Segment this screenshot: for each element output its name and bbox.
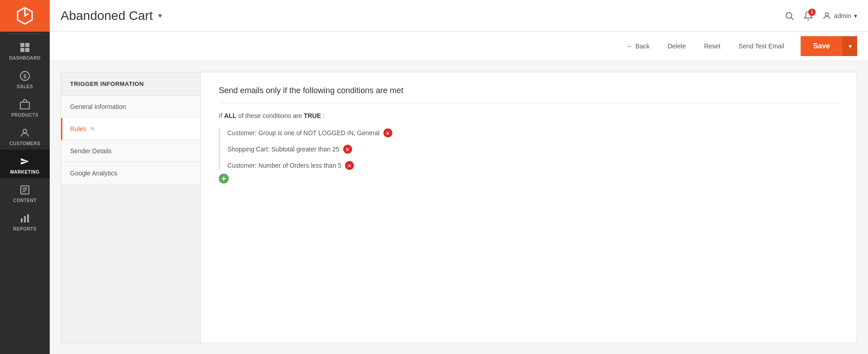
svg-rect-3 <box>20 48 24 52</box>
left-nav-item-label: General Information <box>70 103 126 110</box>
sidebar-item-label: SALES <box>17 84 33 89</box>
delete-button[interactable]: Delete <box>659 32 695 61</box>
intro-all: ALL <box>224 112 236 119</box>
left-nav-item-label: Google Analytics <box>70 170 117 177</box>
left-nav-item-rules[interactable]: Rules ✎ <box>61 118 200 140</box>
sidebar-item-label: DASHBOARD <box>9 56 41 61</box>
page-title: Abandoned Cart <box>61 9 153 23</box>
save-dropdown-button[interactable]: ▾ <box>843 36 857 56</box>
admin-caret-icon: ▾ <box>854 12 857 19</box>
svg-rect-15 <box>24 216 26 222</box>
admin-user-menu[interactable]: admin ▾ <box>822 11 857 20</box>
remove-condition-1-button[interactable]: × <box>383 128 392 137</box>
content-icon <box>19 184 31 196</box>
svg-rect-2 <box>25 43 29 47</box>
sidebar-item-label: CUSTOMERS <box>9 141 40 146</box>
condition-list: Customer: Group is one of NOT LOGGED IN,… <box>219 128 839 170</box>
user-icon <box>822 11 831 20</box>
products-icon <box>19 98 31 111</box>
page-title-wrap: Abandoned Cart ▾ <box>61 9 784 23</box>
magento-logo-icon <box>15 6 35 26</box>
back-arrow-icon: ← <box>627 42 633 50</box>
sidebar-item-label: REPORTS <box>13 227 37 231</box>
left-nav-item-general[interactable]: General Information <box>61 96 200 118</box>
logo-wrap[interactable] <box>0 0 50 32</box>
left-nav-header: TRIGGER INFORMATION <box>61 72 200 96</box>
notifications-button[interactable]: 1 <box>803 11 813 21</box>
svg-line-18 <box>791 18 793 20</box>
search-button[interactable] <box>784 11 794 21</box>
sidebar-item-label: CONTENT <box>13 198 37 203</box>
sidebar-item-content[interactable]: CONTENT <box>0 178 50 207</box>
dashboard-icon <box>19 41 31 54</box>
top-header: Abandoned Cart ▾ 1 admin ▾ <box>50 0 868 32</box>
reports-icon <box>19 212 31 225</box>
edit-icon[interactable]: ✎ <box>90 126 95 132</box>
header-actions: 1 admin ▾ <box>784 11 857 21</box>
sidebar-item-marketing[interactable]: MARKETING <box>0 150 50 178</box>
condition-intro: If ALL of these conditions are TRUE : <box>219 112 839 119</box>
condition-row: Customer: Group is one of NOT LOGGED IN,… <box>227 128 839 137</box>
remove-condition-2-button[interactable]: × <box>343 145 352 154</box>
sales-icon: $ <box>19 70 31 82</box>
sidebar-item-dashboard[interactable]: DASHBOARD <box>0 36 50 64</box>
admin-label: admin <box>834 12 851 19</box>
send-test-email-label: Send Test Email <box>739 42 784 50</box>
main-area: Abandoned Cart ▾ 1 admin ▾ ← Back Delete <box>50 0 868 354</box>
notification-badge: 1 <box>808 9 816 16</box>
condition-row: Customer: Number of Orders less than 5 × <box>227 161 839 170</box>
panel-title: Send emails only if the following condit… <box>219 86 839 103</box>
condition-text: Customer: Group is one of NOT LOGGED IN,… <box>227 129 380 137</box>
condition-text: Shopping Cart: Subtotal greater than 25 <box>227 146 340 153</box>
svg-rect-1 <box>20 43 24 47</box>
svg-text:$: $ <box>23 73 26 80</box>
conditions-section: If ALL of these conditions are TRUE : Cu… <box>219 112 839 184</box>
delete-label: Delete <box>668 42 686 50</box>
save-btn-group: Save ▾ <box>801 36 857 56</box>
left-nav-item-sender[interactable]: Sender Details <box>61 140 200 162</box>
remove-condition-3-button[interactable]: × <box>345 161 354 170</box>
sidebar-item-reports[interactable]: REPORTS <box>0 207 50 235</box>
intro-colon: : <box>323 112 325 119</box>
svg-rect-4 <box>25 48 29 52</box>
sidebar-item-customers[interactable]: CUSTOMERS <box>0 121 50 150</box>
condition-row: Shopping Cart: Subtotal greater than 25 … <box>227 145 839 154</box>
send-test-email-button[interactable]: Send Test Email <box>730 32 793 61</box>
sidebar: DASHBOARD $ SALES PRODUCTS CUSTOMERS MAR… <box>0 0 50 354</box>
intro-true: TRUE <box>304 112 321 119</box>
marketing-icon <box>19 155 31 168</box>
sidebar-item-label: MARKETING <box>10 170 39 175</box>
back-button[interactable]: ← Back <box>618 32 659 61</box>
intro-if: If <box>219 112 222 119</box>
add-condition-button[interactable]: + <box>219 174 229 184</box>
sidebar-item-sales[interactable]: $ SALES <box>0 64 50 93</box>
left-nav-item-label: Sender Details <box>70 147 112 155</box>
page-title-dropdown-button[interactable]: ▾ <box>156 9 164 22</box>
left-nav-item-analytics[interactable]: Google Analytics <box>61 162 200 184</box>
left-nav-item-label: Rules <box>70 125 86 132</box>
reset-button[interactable]: Reset <box>695 32 730 61</box>
condition-text: Customer: Number of Orders less than 5 <box>227 162 341 169</box>
svg-point-19 <box>826 13 829 16</box>
sidebar-item-products[interactable]: PRODUCTS <box>0 93 50 121</box>
content-area: TRIGGER INFORMATION General Information … <box>50 61 868 354</box>
svg-point-17 <box>786 12 792 18</box>
action-bar: ← Back Delete Reset Send Test Email Save… <box>50 32 868 61</box>
save-button[interactable]: Save <box>801 36 843 56</box>
intro-middle: of these conditions are <box>238 112 302 119</box>
svg-point-8 <box>23 129 27 133</box>
right-panel: Send emails only if the following condit… <box>201 72 857 343</box>
sidebar-divider-top <box>8 33 42 34</box>
svg-rect-16 <box>27 214 29 222</box>
back-label: Back <box>636 42 650 50</box>
sidebar-item-label: PRODUCTS <box>11 113 38 118</box>
svg-rect-7 <box>20 102 29 109</box>
search-icon <box>784 11 794 21</box>
svg-rect-14 <box>21 218 23 222</box>
svg-marker-9 <box>21 158 29 165</box>
customers-icon <box>19 127 31 139</box>
reset-label: Reset <box>704 42 721 50</box>
left-nav: TRIGGER INFORMATION General Information … <box>61 72 201 343</box>
